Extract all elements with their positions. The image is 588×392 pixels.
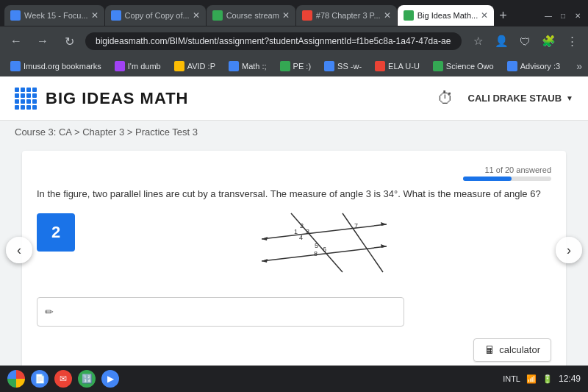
calculator-label: calculator: [499, 344, 540, 355]
calculator-button[interactable]: 🖩 calculator: [473, 338, 551, 362]
new-tab-button[interactable]: +: [495, 8, 512, 24]
bookmark-dumb[interactable]: I'm dumb: [110, 60, 165, 73]
answer-row: ✏: [37, 297, 551, 327]
bookmark-imusd-icon: [10, 61, 21, 71]
logo-cell: [21, 88, 25, 92]
menu-button[interactable]: ⋮: [562, 31, 582, 51]
bookmark-math-icon: [229, 61, 239, 71]
reload-button[interactable]: ↻: [59, 31, 79, 51]
bookmark-math[interactable]: Math :;: [224, 60, 271, 73]
taskbar-time: 12:49: [559, 374, 581, 384]
question-number-box: 2: [37, 213, 75, 252]
bookmark-star-button[interactable]: ☆: [467, 31, 488, 51]
tab-1-favicon: [10, 10, 21, 21]
bookmark-dumb-icon: [115, 61, 125, 71]
logo-cell: [32, 99, 37, 104]
taskbar-right: INTL 📶 🔋 12:49: [503, 374, 581, 384]
question-row: 2: [37, 213, 551, 279]
window-controls: — □ ✕: [542, 10, 584, 21]
progress-bar: [463, 177, 551, 181]
svg-text:6: 6: [323, 246, 326, 253]
back-button[interactable]: ←: [6, 31, 26, 51]
bookmarks-bar: Imusd.org bookmarks I'm dumb AVID :P Mat…: [0, 56, 588, 76]
tab-5-title: Big Ideas Math...: [417, 11, 478, 20]
bookmark-math-label: Math :;: [242, 62, 267, 71]
bim-header: BIG IDEAS MATH ⏱ CALI DRAKE STAUB ▼: [0, 76, 588, 121]
question-area: 11 of 20 answered In the figure, two par…: [0, 143, 588, 392]
taskbar-play-icon[interactable]: ▶: [101, 370, 119, 388]
tab-4-favicon: [302, 10, 312, 21]
profile-button[interactable]: 👤: [491, 31, 512, 51]
taskbar-docs-icon[interactable]: 📄: [31, 370, 49, 388]
minimize-button[interactable]: —: [542, 10, 554, 21]
logo-cell: [32, 93, 37, 98]
bookmark-dumb-label: I'm dumb: [128, 62, 161, 71]
tab-2[interactable]: Copy of Copy of... ✕: [105, 5, 206, 26]
logo-cell: [15, 99, 19, 104]
tab-3-close[interactable]: ✕: [282, 10, 290, 21]
bookmark-ela-label: ELA U-U: [388, 62, 420, 71]
taskbar-calc-icon[interactable]: 🔢: [78, 370, 96, 388]
answer-input-box[interactable]: ✏: [37, 297, 404, 327]
forward-button[interactable]: →: [32, 31, 53, 51]
bookmark-pe-icon: [280, 61, 290, 71]
tab-4-title: #78 Chapter 3 P...: [316, 11, 381, 20]
timer-icon: ⏱: [437, 89, 453, 108]
logo-cell: [26, 105, 31, 110]
bookmark-imusd[interactable]: Imusd.org bookmarks: [6, 60, 106, 73]
taskbar-gmail-icon[interactable]: ✉: [54, 370, 72, 388]
logo-cell: [32, 88, 37, 92]
breadcrumb-text: Course 3: CA > Chapter 3 > Practice Test…: [15, 126, 198, 138]
bookmark-ss[interactable]: SS -w-: [320, 60, 366, 73]
close-button[interactable]: ✕: [572, 10, 584, 21]
tab-2-close[interactable]: ✕: [193, 10, 200, 21]
breadcrumb: Course 3: CA > Chapter 3 > Practice Test…: [0, 121, 588, 143]
prev-question-button[interactable]: ‹: [6, 237, 32, 263]
progress-bar-fill: [463, 177, 512, 181]
shield-button[interactable]: 🛡: [514, 31, 535, 51]
bookmark-science[interactable]: Science Owo: [429, 60, 498, 73]
bookmark-science-icon: [433, 61, 443, 71]
bookmark-pe[interactable]: PE :): [276, 60, 315, 73]
next-question-button[interactable]: ›: [556, 237, 582, 263]
tab-2-favicon: [111, 10, 121, 21]
bookmark-advisory-label: Advisory :3: [520, 62, 560, 71]
tab-1-close[interactable]: ✕: [91, 10, 98, 21]
bookmark-ss-icon: [324, 61, 334, 71]
svg-line-0: [262, 224, 387, 239]
logo-cell: [15, 88, 19, 92]
bookmark-avid[interactable]: AVID :P: [170, 60, 220, 73]
address-bar-row: ← → ↻ ☆ 👤 🛡 🧩 ⋮: [0, 26, 588, 56]
answer-field[interactable]: [58, 306, 396, 317]
tab-4-close[interactable]: ✕: [384, 10, 391, 21]
tab-5-close[interactable]: ✕: [481, 10, 488, 21]
maximize-button[interactable]: □: [557, 10, 569, 21]
address-input[interactable]: [85, 32, 462, 50]
svg-text:3: 3: [306, 228, 309, 235]
tab-3[interactable]: Course stream ✕: [207, 5, 295, 26]
bookmark-ss-label: SS -w-: [337, 62, 362, 71]
svg-line-3: [343, 213, 383, 272]
extension-button[interactable]: 🧩: [538, 31, 559, 51]
tab-5[interactable]: Big Ideas Math... ✕: [398, 5, 495, 26]
bookmark-pe-label: PE :): [293, 62, 311, 71]
logo-cell: [26, 93, 31, 98]
tab-bar: Week 15 - Focu... ✕ Copy of Copy of... ✕…: [0, 0, 588, 26]
bookmarks-more[interactable]: »: [576, 60, 582, 72]
bookmark-advisory[interactable]: Advisory :3: [503, 60, 564, 73]
question-text: In the figure, two parallel lines are cu…: [37, 187, 551, 202]
battery-icon: 🔋: [542, 374, 553, 384]
calculator-icon: 🖩: [484, 344, 495, 356]
taskbar-chrome-icon[interactable]: [7, 370, 25, 388]
bookmark-ela[interactable]: ELA U-U: [370, 60, 424, 73]
taskbar-region: INTL: [503, 374, 520, 383]
progress-text: 11 of 20 answered: [463, 165, 551, 174]
bim-logo-text: BIG IDEAS MATH: [46, 89, 437, 108]
pencil-icon: ✏: [45, 306, 54, 318]
tab-1[interactable]: Week 15 - Focu... ✕: [4, 5, 104, 26]
bookmark-ela-icon: [375, 61, 385, 71]
tab-4[interactable]: #78 Chapter 3 P... ✕: [296, 5, 397, 26]
logo-cell: [26, 88, 31, 92]
user-menu[interactable]: CALI DRAKE STAUB ▼: [468, 93, 574, 104]
logo-cell: [32, 105, 37, 110]
